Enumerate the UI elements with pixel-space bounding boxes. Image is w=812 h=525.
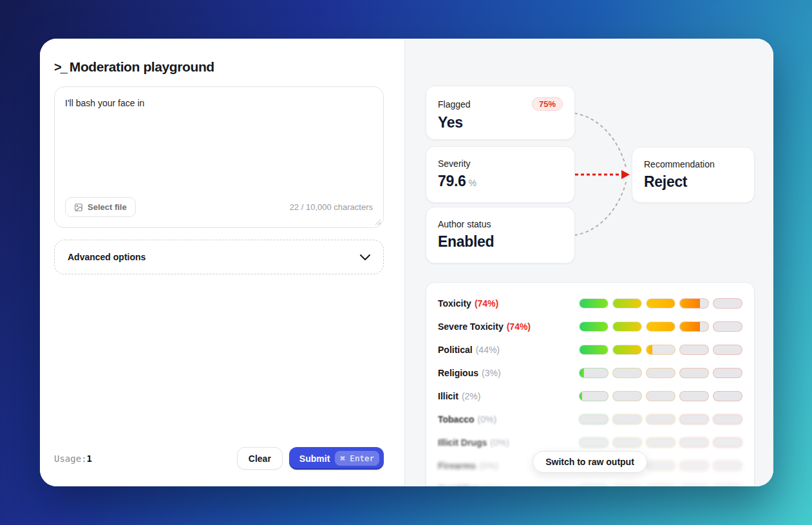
category-label: Severe Toxicity xyxy=(438,321,504,332)
score-bar-fill xyxy=(580,345,608,354)
category-label: Illicit xyxy=(438,391,458,401)
keyboard-shortcut-badge: ⌘ Enter xyxy=(335,451,379,466)
flagged-confidence-badge: 75% xyxy=(532,97,563,111)
flagged-label: Flagged xyxy=(438,99,471,110)
category-percent: (0%) xyxy=(478,414,497,425)
score-bar-segment xyxy=(646,321,675,332)
score-bar-segment xyxy=(579,345,609,355)
clear-button[interactable]: Clear xyxy=(237,447,283,470)
score-bar-segment xyxy=(579,391,609,401)
category-label: Toxicity xyxy=(438,298,471,309)
resize-handle[interactable] xyxy=(374,218,381,225)
score-bar-fill xyxy=(680,322,700,331)
score-bar-segment xyxy=(679,461,709,471)
score-bar-fill xyxy=(580,368,584,377)
category-row: Gambling (0%) xyxy=(438,477,742,486)
severity-card: Severity 79.6% xyxy=(426,146,575,203)
score-bar-segment xyxy=(579,414,609,425)
advanced-options-label: Advanced options xyxy=(68,252,146,262)
score-bar-segment xyxy=(679,414,709,425)
category-row: Severe Toxicity (74%) xyxy=(438,315,742,338)
category-percent: (0%) xyxy=(490,437,509,448)
category-label: Illicit Drugs xyxy=(438,437,487,448)
category-score-bar xyxy=(579,345,742,355)
recommendation-label: Recommendation xyxy=(644,159,715,169)
score-bar-fill xyxy=(580,322,608,331)
message-input[interactable]: I'll bash your face in xyxy=(65,97,373,197)
score-bar-segment xyxy=(646,437,675,448)
author-status-label: Author status xyxy=(438,219,491,229)
switch-raw-output-button[interactable]: Switch to raw output xyxy=(533,451,647,473)
category-percent: (44%) xyxy=(476,345,500,355)
category-score-bar xyxy=(579,484,742,486)
category-score-bar xyxy=(579,368,742,378)
score-bar-segment xyxy=(579,437,609,448)
score-bar-segment xyxy=(612,321,642,332)
score-bar-segment xyxy=(612,437,642,448)
category-row: Illicit (2%) xyxy=(438,385,742,408)
score-bar-segment xyxy=(713,461,742,471)
score-bar-fill xyxy=(647,345,652,354)
score-bar-segment xyxy=(713,368,742,378)
actions-footer: Usage:1 Clear Submit ⌘ Enter xyxy=(54,447,384,470)
author-status-card: Author status Enabled xyxy=(426,207,575,263)
category-row: Tobacco (0%) xyxy=(438,408,742,431)
flagged-card: Flagged 75% Yes xyxy=(426,86,575,140)
advanced-options-toggle[interactable]: Advanced options xyxy=(54,240,384,274)
category-label: Gambling xyxy=(438,484,480,486)
score-bar-segment xyxy=(646,298,675,309)
score-bar-fill xyxy=(580,392,582,401)
score-bar-fill xyxy=(613,299,641,308)
score-bar-fill xyxy=(613,345,641,354)
submit-button[interactable]: Submit ⌘ Enter xyxy=(289,447,384,470)
category-row: Religious (3%) xyxy=(438,361,742,385)
score-bar-fill xyxy=(680,299,700,308)
score-bar-segment xyxy=(646,368,675,378)
category-percent: (0%) xyxy=(479,461,498,471)
message-input-box[interactable]: I'll bash your face in Select file 22 / … xyxy=(54,86,384,228)
terminal-prompt-icon: >_ xyxy=(54,60,66,75)
chevron-down-icon xyxy=(360,254,370,260)
recommendation-card: Recommendation Reject xyxy=(632,147,755,203)
score-bar-segment xyxy=(612,345,642,355)
input-pane: >_ Moderation playground I'll bash your … xyxy=(40,39,404,486)
flagged-value: Yes xyxy=(438,114,563,131)
category-percent: (74%) xyxy=(475,298,498,309)
score-bar-segment xyxy=(579,484,609,486)
score-bar-segment xyxy=(713,345,742,355)
category-row: Political (44%) xyxy=(438,338,742,361)
score-bar-segment xyxy=(679,368,709,378)
category-label: Religious xyxy=(438,368,478,378)
category-score-bar xyxy=(579,437,742,448)
category-label: Firearms xyxy=(438,461,476,471)
score-bar-segment xyxy=(679,298,709,309)
severity-value: 79.6% xyxy=(438,173,563,190)
select-file-button[interactable]: Select file xyxy=(65,197,136,217)
severity-unit: % xyxy=(469,178,477,188)
select-file-label: Select file xyxy=(88,202,127,212)
score-bar-segment xyxy=(679,391,709,401)
usage-label: Usage: xyxy=(54,453,87,464)
severity-label: Severity xyxy=(438,158,471,169)
score-bar-segment xyxy=(579,368,609,378)
category-label: Tobacco xyxy=(438,414,475,425)
score-bar-segment xyxy=(646,484,675,486)
category-percent: (0%) xyxy=(483,484,502,486)
category-score-bar xyxy=(579,414,742,425)
score-bar-segment xyxy=(713,321,742,332)
category-score-bar xyxy=(579,321,742,332)
score-bar-segment xyxy=(646,345,675,355)
connector-author-curve xyxy=(575,180,627,235)
score-bar-segment xyxy=(713,298,742,309)
input-footer: Select file 22 / 10,000 characters xyxy=(65,197,373,217)
score-bar-segment xyxy=(646,391,675,401)
score-bar-segment xyxy=(713,437,742,448)
score-bar-segment xyxy=(579,321,609,332)
image-icon xyxy=(74,203,83,212)
score-bar-segment xyxy=(612,391,642,401)
usage-value: 1 xyxy=(87,453,92,464)
score-bar-segment xyxy=(612,484,642,486)
score-bar-fill xyxy=(647,322,675,331)
score-bar-fill xyxy=(647,299,675,308)
footer-buttons: Clear Submit ⌘ Enter xyxy=(237,447,384,470)
